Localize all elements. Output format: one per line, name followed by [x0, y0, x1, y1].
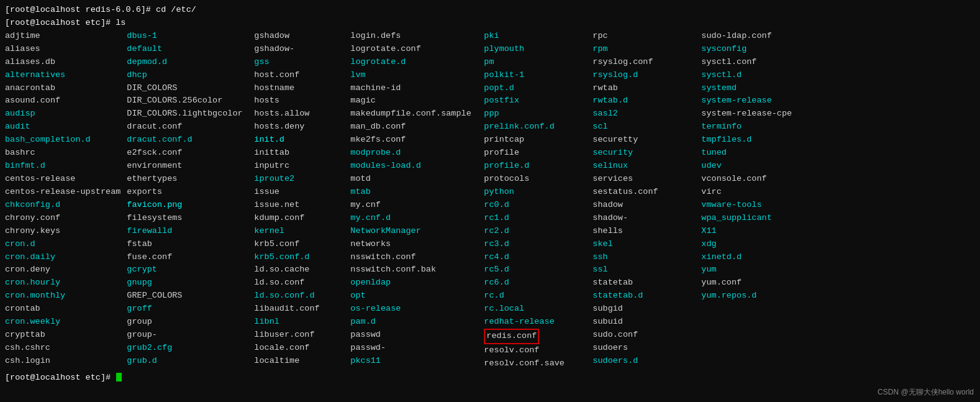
- list-item: dhcp: [127, 69, 248, 82]
- list-item: systemd: [701, 82, 807, 95]
- list-item: gshadow: [254, 30, 344, 43]
- ls-column-3: login.defslogrotate.conflogrotate.dlvmma…: [350, 30, 484, 370]
- list-item: hosts.deny: [254, 121, 344, 134]
- list-item: printcap: [484, 134, 586, 147]
- list-item: vconsole.conf: [701, 173, 807, 186]
- list-item: centos-release-upstream: [5, 186, 120, 199]
- prompt-line-2: [root@localhost etc]# ls: [5, 17, 975, 30]
- list-item: securetty: [592, 134, 695, 147]
- list-item: scl: [592, 121, 695, 134]
- list-item: statetab.d: [592, 290, 695, 303]
- list-item: pm: [484, 56, 586, 69]
- list-item: sudo-ldap.conf: [701, 30, 807, 43]
- list-item: crypttab: [5, 329, 120, 342]
- list-item: subuid: [592, 316, 695, 329]
- list-item: opt: [350, 290, 478, 303]
- list-item: passwd-: [350, 342, 478, 355]
- list-item: machine-id: [350, 82, 478, 95]
- list-item: rc1.d: [484, 212, 586, 225]
- list-item: sysconfig: [701, 43, 807, 56]
- list-item: skel: [592, 238, 695, 251]
- list-item: sysctl.conf: [701, 56, 807, 69]
- ls-column-5: rpcrpmrsyslog.confrsyslog.drwtabrwtab.ds…: [592, 30, 701, 370]
- list-item: sasl2: [592, 107, 695, 121]
- list-item: audisp: [5, 107, 120, 121]
- list-item: os-release: [350, 303, 478, 316]
- list-item: python: [484, 186, 586, 199]
- list-item: resolv.conf: [484, 344, 586, 357]
- ls-output: adjtimealiasesaliases.dbalternativesanac…: [5, 30, 975, 370]
- list-item: filesystems: [127, 212, 248, 225]
- list-item: locale.conf: [254, 342, 344, 355]
- list-item: logrotate.conf: [350, 43, 478, 56]
- list-item: rc5.d: [484, 263, 586, 276]
- list-item: passwd: [350, 329, 478, 342]
- list-item: system-release-cpe: [701, 107, 807, 121]
- list-item: rwtab: [592, 82, 695, 95]
- redis-conf-highlight: redis.conf: [484, 329, 539, 344]
- ls-column-0: adjtimealiasesaliases.dbalternativesanac…: [5, 30, 127, 370]
- list-item: DIR_COLORS.256color: [127, 94, 248, 107]
- list-item: NetworkManager: [350, 225, 478, 238]
- list-item: rc.d: [484, 290, 586, 303]
- list-item: crontab: [5, 303, 120, 316]
- list-item: pki: [484, 30, 586, 43]
- list-item: modprobe.d: [350, 147, 478, 160]
- list-item: nsswitch.conf.bak: [350, 263, 478, 276]
- list-item: popt.d: [484, 82, 586, 95]
- list-item: rsyslog.conf: [592, 56, 695, 69]
- list-item: yum.conf: [701, 276, 807, 290]
- list-item: rsyslog.d: [592, 69, 695, 82]
- list-item: gss: [254, 56, 344, 69]
- list-item: networks: [350, 238, 478, 251]
- list-item: virc: [701, 186, 807, 199]
- list-item: xinetd.d: [701, 251, 807, 264]
- list-item: centos-release: [5, 173, 120, 186]
- list-item: terminfo: [701, 121, 807, 134]
- list-item: my.cnf: [350, 199, 478, 212]
- list-item: alternatives: [5, 69, 120, 82]
- list-item: GREP_COLORS: [127, 290, 248, 303]
- watermark: CSDN @无聊大侠hello world: [878, 386, 974, 398]
- list-item: resolv.conf.save: [484, 357, 586, 370]
- list-item: ppp: [484, 107, 586, 121]
- list-item: gnupg: [127, 276, 248, 290]
- list-item: fstab: [127, 238, 248, 251]
- list-item: tmpfiles.d: [701, 134, 807, 147]
- list-item: rpc: [592, 30, 695, 43]
- list-item: sudoers.d: [592, 355, 695, 368]
- list-item: libnl: [254, 316, 344, 329]
- list-item: subgid: [592, 303, 695, 316]
- list-item: protocols: [484, 173, 586, 186]
- list-item: grub.d: [127, 355, 248, 368]
- list-item: modules-load.d: [350, 160, 478, 173]
- list-item: pkcs11: [350, 355, 478, 368]
- list-item: inittab: [254, 147, 344, 160]
- list-item: ssl: [592, 263, 695, 276]
- list-item: cron.daily: [5, 251, 120, 264]
- list-item: magic: [350, 94, 478, 107]
- list-item: kdump.conf: [254, 212, 344, 225]
- prompt-line-1: [root@localhost redis-6.0.6]# cd /etc/: [5, 4, 975, 17]
- list-item: environment: [127, 160, 248, 173]
- list-item: dbus-1: [127, 30, 248, 43]
- list-item: exports: [127, 186, 248, 199]
- list-item: aliases: [5, 43, 120, 56]
- list-item: security: [592, 147, 695, 160]
- list-item: host.conf: [254, 69, 344, 82]
- list-item: fuse.conf: [127, 251, 248, 264]
- list-item: profile: [484, 147, 586, 160]
- list-item: bashrc: [5, 147, 120, 160]
- terminal: [root@localhost redis-6.0.6]# cd /etc/ […: [0, 0, 980, 402]
- list-item: cron.monthly: [5, 290, 120, 303]
- list-item: hostname: [254, 82, 344, 95]
- list-item: firewalld: [127, 225, 248, 238]
- list-item: selinux: [592, 160, 695, 173]
- list-item: redis.conf: [484, 329, 586, 344]
- list-item: group-: [127, 329, 248, 342]
- list-item: man_db.conf: [350, 121, 478, 134]
- list-item: plymouth: [484, 43, 586, 56]
- list-item: krb5.conf.d: [254, 251, 344, 264]
- list-item: libuser.conf: [254, 329, 344, 342]
- list-item: rpm: [592, 43, 695, 56]
